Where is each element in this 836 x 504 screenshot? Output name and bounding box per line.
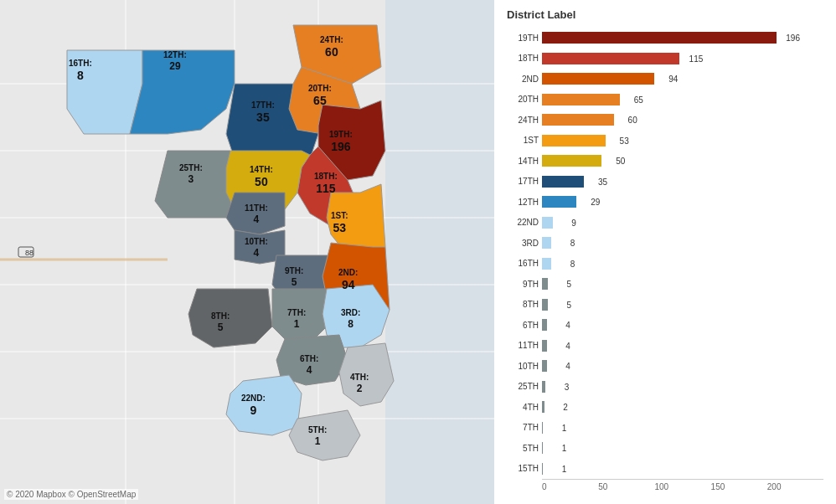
x-tick-0: 0: [542, 482, 598, 491]
bar-label: 4TH: [507, 403, 542, 412]
bar-container: 3: [542, 381, 823, 393]
bar-value-label: 94: [668, 75, 678, 84]
chart-panel: District Label 19TH19618TH1152ND9420TH65…: [494, 0, 836, 504]
bar-fill: 1: [542, 442, 543, 454]
bar-container: 9: [542, 217, 823, 229]
x-tick-200: 200: [767, 482, 823, 491]
bar-value-label: 1: [562, 423, 567, 432]
bar-value-label: 53: [620, 136, 629, 145]
svg-marker-14: [67, 50, 142, 134]
bar-fill: 4: [542, 319, 547, 331]
svg-marker-16: [155, 151, 230, 218]
bar-value-label: 5: [567, 280, 572, 289]
bar-label: 20TH: [507, 95, 542, 104]
bar-container: 196: [542, 32, 823, 44]
svg-marker-27: [188, 289, 272, 347]
bar-fill: 50: [542, 155, 601, 167]
bar-container: 115: [542, 53, 823, 64]
x-axis: 0 50 100 150 200: [542, 479, 823, 491]
bar-label: 10TH: [507, 362, 542, 371]
bar-fill: 29: [542, 196, 576, 208]
bar-row: 14TH50: [507, 154, 823, 167]
bar-value-label: 9: [571, 218, 576, 227]
bar-label: 14TH: [507, 157, 542, 166]
bar-container: 8: [542, 258, 823, 270]
bar-container: 1: [542, 463, 823, 475]
map-panel: 88: [0, 0, 494, 504]
bar-fill: 196: [542, 32, 777, 44]
bar-row: 6TH4: [507, 318, 823, 332]
bar-fill: 115: [542, 53, 679, 64]
bar-value-label: 65: [634, 95, 643, 104]
svg-rect-1: [385, 0, 494, 504]
bar-value-label: 4: [565, 341, 570, 350]
bar-fill: 1: [542, 463, 543, 475]
bar-container: 29: [542, 196, 823, 208]
bar-label: 6TH: [507, 321, 542, 330]
bar-label: 11TH: [507, 341, 542, 350]
bar-label: 18TH: [507, 54, 542, 63]
bar-row: 12TH29: [507, 195, 823, 208]
svg-marker-22: [226, 193, 285, 234]
bar-container: 1: [542, 422, 823, 434]
bar-value-label: 115: [689, 54, 704, 63]
bar-row: 11TH4: [507, 339, 823, 352]
bar-container: 35: [542, 176, 823, 188]
bar-row: 18TH115: [507, 52, 823, 65]
bar-value-label: 196: [786, 33, 800, 43]
bar-label: 12TH: [507, 198, 542, 207]
bar-fill: 8: [542, 237, 551, 249]
x-tick-150: 150: [711, 482, 767, 491]
bar-row: 5TH1: [507, 441, 823, 455]
bar-label: 2ND: [507, 75, 542, 84]
bar-row: 22ND9: [507, 216, 823, 229]
bar-row: 2ND94: [507, 72, 823, 85]
bar-value-label: 8: [570, 239, 575, 248]
bar-container: 65: [542, 94, 823, 105]
bar-label: 19TH: [507, 33, 542, 43]
bar-fill: 9: [542, 217, 553, 229]
bar-row: 1ST53: [507, 134, 823, 147]
bar-fill: 2: [542, 401, 544, 413]
bar-label: 8TH: [507, 300, 542, 309]
map-svg: 88: [0, 0, 494, 504]
bar-container: 94: [542, 73, 823, 85]
bar-value-label: 35: [598, 177, 607, 186]
bar-container: 5: [542, 278, 823, 290]
bar-row: 25TH3: [507, 380, 823, 393]
bar-fill: 94: [542, 73, 654, 85]
bar-container: 2: [542, 401, 823, 413]
bar-fill: 53: [542, 135, 606, 147]
bar-container: 50: [542, 155, 823, 167]
bar-container: 5: [542, 299, 823, 311]
bar-row: 19TH196: [507, 31, 823, 44]
bar-container: 4: [542, 360, 823, 372]
bar-fill: 4: [542, 360, 547, 372]
bar-fill: 1: [542, 422, 543, 434]
bar-label: 22ND: [507, 218, 542, 227]
bar-label: 5TH: [507, 444, 542, 453]
bar-label: 7TH: [507, 423, 542, 432]
bar-label: 3RD: [507, 239, 542, 248]
bar-container: 60: [542, 114, 823, 126]
bar-container: 1: [542, 442, 823, 454]
bar-value-label: 4: [565, 321, 570, 330]
bar-row: 3RD8: [507, 236, 823, 249]
bar-fill: 65: [542, 94, 620, 105]
bar-fill: 3: [542, 381, 545, 393]
bar-row: 4TH2: [507, 400, 823, 414]
bar-label: 9TH: [507, 280, 542, 289]
bar-row: 20TH65: [507, 93, 823, 106]
bar-label: 1ST: [507, 136, 542, 145]
bar-value-label: 4: [565, 362, 570, 371]
bar-fill: 5: [542, 278, 548, 290]
x-tick-100: 100: [654, 482, 710, 491]
map-credit: © 2020 Mapbox © OpenStreetMap: [4, 489, 138, 500]
bar-label: 17TH: [507, 177, 542, 186]
bar-label: 25TH: [507, 382, 542, 391]
bar-row: 8TH5: [507, 298, 823, 311]
bar-fill: 5: [542, 299, 548, 311]
chart-title: District Label: [507, 8, 823, 21]
bar-row: 24TH60: [507, 113, 823, 126]
bar-fill: 8: [542, 258, 551, 270]
